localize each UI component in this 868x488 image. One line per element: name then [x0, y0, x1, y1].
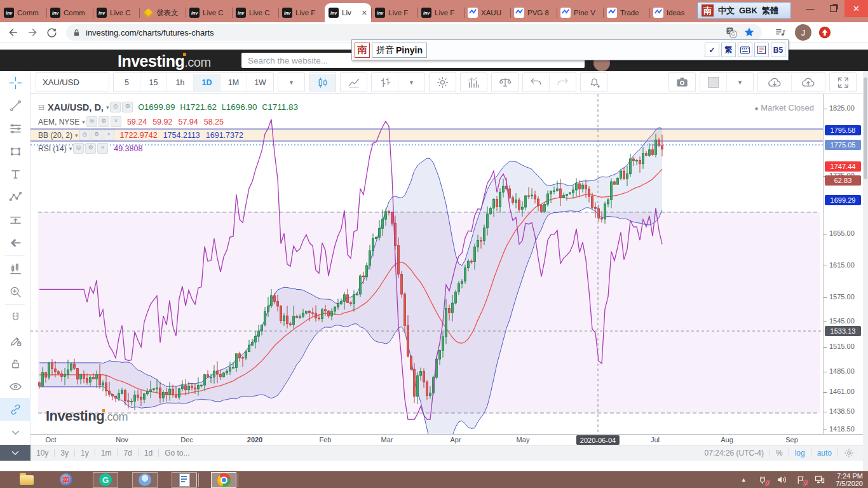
compare-scales-button[interactable]: [492, 74, 518, 91]
range-1y-button[interactable]: 1y: [75, 449, 95, 458]
tool-link[interactable]: [0, 398, 31, 421]
bb-settings-button[interactable]: ⚙: [92, 130, 102, 140]
ime-tray-lang[interactable]: 中文: [718, 5, 735, 17]
symbol-input[interactable]: XAU/USD: [36, 74, 109, 91]
investing-logo[interactable]: Investing.com: [118, 52, 211, 71]
interval-1M-button[interactable]: 1M: [220, 74, 247, 91]
range-1d-button[interactable]: 1d: [139, 449, 158, 458]
collapse-legend-icon[interactable]: ⊟: [38, 103, 44, 112]
range-1m-button[interactable]: 1m: [95, 449, 118, 458]
address-bar[interactable]: investing.com/charts/futures-charts 文G: [66, 24, 762, 41]
interval-dropdown-button[interactable]: ▼: [278, 74, 304, 91]
price-axis[interactable]: 1825.001735.001655.001615.001575.001545.…: [823, 94, 863, 434]
time-axis[interactable]: OctNovDec2020FebMarAprMayJulAugSep2020-0…: [31, 434, 863, 445]
bb-remove-button[interactable]: ×: [104, 130, 114, 140]
rsi-visibility-button[interactable]: ◎: [73, 143, 84, 154]
tray-expand-icon[interactable]: ▲: [738, 474, 749, 485]
browser-tab-7[interactable]: InvLiv✕: [325, 3, 371, 22]
taskbar-explorer-button[interactable]: [14, 472, 39, 488]
rsi-settings-button[interactable]: ⚙: [85, 143, 96, 154]
aem-caret-icon[interactable]: ▾: [82, 119, 85, 125]
ime-input-bar[interactable]: 南 拼音 Pinyin ✓ 繁 B5: [351, 39, 789, 60]
add-alert-button[interactable]: [581, 74, 607, 91]
browser-tab-4[interactable]: InvLive C: [186, 3, 232, 22]
tool-drawing-lock[interactable]: [0, 329, 31, 352]
layout-button[interactable]: [700, 74, 726, 91]
page-scrollbar[interactable]: [863, 71, 868, 471]
save-layout-button[interactable]: [791, 74, 825, 91]
ime-tray-encoding[interactable]: GBK: [739, 6, 757, 15]
taskbar-chrome-button[interactable]: [211, 472, 236, 488]
aem-title[interactable]: AEM, NYSE: [38, 118, 79, 126]
interval-1W-button[interactable]: 1W: [247, 74, 273, 91]
compare-button[interactable]: [372, 74, 398, 91]
browser-tab-13[interactable]: Trade: [603, 3, 649, 22]
bb-visibility-button[interactable]: ◎: [79, 130, 90, 140]
browser-tab-11[interactable]: PVG 8: [510, 3, 557, 22]
fullscreen-button[interactable]: [830, 74, 856, 91]
browser-tab-3[interactable]: 發表文: [139, 3, 186, 22]
percent-scale-button[interactable]: %: [776, 449, 783, 458]
snapshot-button[interactable]: [669, 74, 695, 91]
legend-visibility-button[interactable]: ◎: [110, 102, 121, 112]
legend-symbol-title[interactable]: XAU/USD, D,: [48, 102, 104, 112]
window-close-button[interactable]: ✕: [844, 0, 868, 17]
aem-settings-button[interactable]: ⚙: [98, 116, 109, 127]
ime-keyboard-icon[interactable]: [738, 43, 752, 57]
extension-icon[interactable]: [815, 23, 834, 42]
axis-settings-icon[interactable]: [844, 448, 854, 458]
candlestick-style-button[interactable]: [309, 74, 336, 91]
ime-language-tray[interactable]: 南 中文 GBK 繁體: [697, 2, 791, 19]
scrollbar-thumb[interactable]: [864, 78, 867, 179]
rsi-title[interactable]: RSI (14): [38, 144, 67, 153]
log-scale-button[interactable]: log: [795, 449, 805, 458]
ime-tray-charset[interactable]: 繁體: [762, 5, 778, 17]
aem-remove-button[interactable]: ×: [111, 116, 121, 127]
bb-title[interactable]: BB (20, 2): [38, 131, 72, 140]
chart-settings-button[interactable]: [430, 74, 456, 91]
interval-15-button[interactable]: 15: [140, 74, 166, 91]
action-center-flag-icon[interactable]: ✗: [795, 474, 806, 485]
range-3y-button[interactable]: 3y: [55, 449, 74, 458]
power-status-icon[interactable]: ✗: [757, 474, 768, 485]
browser-tab-9[interactable]: InvLive F: [417, 3, 464, 22]
ime-encoding-toggle[interactable]: B5: [771, 43, 785, 57]
network-icon[interactable]: [814, 474, 825, 485]
goto-button[interactable]: Go to...: [159, 449, 195, 458]
taskbar-clock[interactable]: 7:24 PM 7/5/2020: [836, 472, 863, 487]
taskbar-grammarly-button[interactable]: G: [93, 472, 118, 488]
aem-visibility-button[interactable]: ◎: [86, 116, 97, 127]
taskbar-writer-button[interactable]: [172, 472, 197, 488]
tool-trend-line[interactable]: [0, 94, 31, 117]
panel-collapse-button[interactable]: [0, 445, 31, 461]
tool-fib-lines[interactable]: [0, 117, 31, 140]
redo-button[interactable]: [549, 74, 576, 91]
ime-tray-icon[interactable]: 南: [702, 4, 714, 17]
reload-button[interactable]: [42, 23, 61, 42]
window-minimize-button[interactable]: —: [799, 0, 822, 17]
tool-chevron-down[interactable]: [0, 421, 31, 444]
layout-dropdown-button[interactable]: ▼: [726, 74, 753, 91]
range-10y-button[interactable]: 10y: [31, 449, 54, 458]
interval-5-button[interactable]: 5: [114, 74, 140, 91]
ime-check-icon[interactable]: ✓: [705, 43, 719, 57]
tool-xabcd-pattern[interactable]: [0, 186, 31, 208]
volume-icon[interactable]: [776, 474, 787, 485]
rsi-caret-icon[interactable]: ▾: [69, 146, 72, 152]
back-button[interactable]: [4, 23, 23, 42]
browser-tab-6[interactable]: InvLive F: [278, 3, 325, 22]
tool-measure[interactable]: [0, 257, 31, 280]
tool-text-tool[interactable]: [0, 163, 31, 186]
candlestick-chart[interactable]: [31, 94, 823, 434]
ime-mode-selector[interactable]: 拼音 Pinyin: [372, 43, 427, 58]
tool-lock[interactable]: [0, 352, 31, 375]
tool-shapes[interactable]: [0, 140, 31, 163]
browser-tab-10[interactable]: XAUU: [464, 3, 510, 22]
indicators-button[interactable]: [461, 74, 487, 91]
undo-button[interactable]: [523, 74, 549, 91]
load-layout-button[interactable]: [758, 74, 791, 91]
ime-icon[interactable]: 南: [355, 43, 370, 58]
range-7d-button[interactable]: 7d: [118, 449, 137, 458]
clock-text[interactable]: 07:24:26 (UTC-4): [705, 449, 764, 458]
browser-profile-avatar[interactable]: J: [795, 24, 811, 41]
